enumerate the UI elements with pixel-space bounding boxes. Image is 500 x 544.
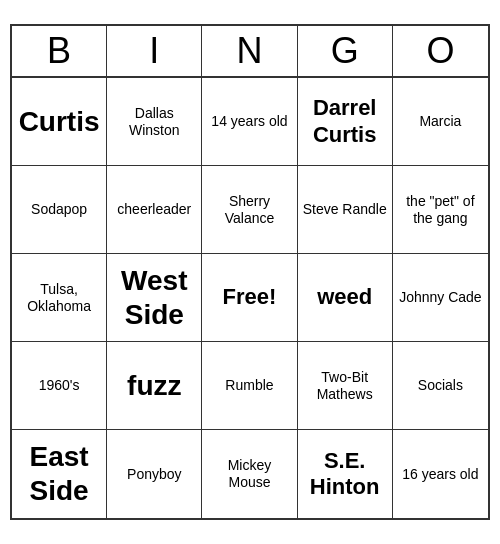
bingo-cell: West Side — [107, 254, 202, 342]
bingo-cell: Dallas Winston — [107, 78, 202, 166]
bingo-cell: 14 years old — [202, 78, 297, 166]
bingo-cell: Johnny Cade — [393, 254, 488, 342]
bingo-cell: Socials — [393, 342, 488, 430]
bingo-cell: Sherry Valance — [202, 166, 297, 254]
bingo-cell: Marcia — [393, 78, 488, 166]
bingo-cell: Sodapop — [12, 166, 107, 254]
header-letter: I — [107, 26, 202, 76]
bingo-cell: S.E. Hinton — [298, 430, 393, 518]
bingo-cell: Curtis — [12, 78, 107, 166]
bingo-cell: fuzz — [107, 342, 202, 430]
bingo-card: BINGO CurtisDallas Winston14 years oldDa… — [10, 24, 490, 520]
bingo-cell: Free! — [202, 254, 297, 342]
header-letter: G — [298, 26, 393, 76]
bingo-cell: Rumble — [202, 342, 297, 430]
bingo-cell: weed — [298, 254, 393, 342]
bingo-grid: CurtisDallas Winston14 years oldDarrel C… — [12, 78, 488, 518]
header-letter: O — [393, 26, 488, 76]
bingo-cell: the "pet" of the gang — [393, 166, 488, 254]
header-letter: N — [202, 26, 297, 76]
bingo-cell: Ponyboy — [107, 430, 202, 518]
bingo-cell: Mickey Mouse — [202, 430, 297, 518]
bingo-cell: Darrel Curtis — [298, 78, 393, 166]
bingo-cell: Tulsa, Oklahoma — [12, 254, 107, 342]
bingo-cell: Two-Bit Mathews — [298, 342, 393, 430]
bingo-cell: 16 years old — [393, 430, 488, 518]
bingo-cell: Steve Randle — [298, 166, 393, 254]
bingo-cell: 1960's — [12, 342, 107, 430]
bingo-cell: East Side — [12, 430, 107, 518]
header-letter: B — [12, 26, 107, 76]
bingo-cell: cheerleader — [107, 166, 202, 254]
bingo-header: BINGO — [12, 26, 488, 78]
